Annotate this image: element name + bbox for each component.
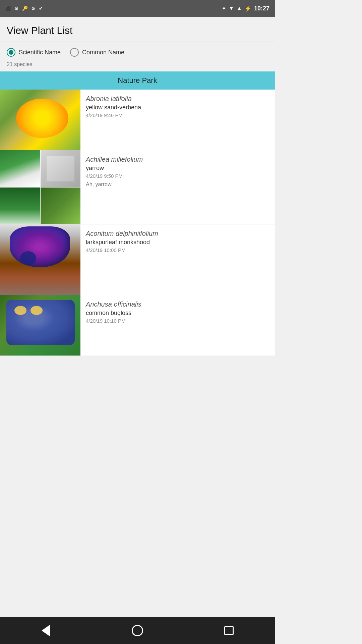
- plant-info-anchusa: Anchusa officinalis common bugloss 4/20/…: [80, 295, 275, 356]
- gallery-icon: ⬛: [5, 6, 11, 11]
- section-header: Nature Park: [0, 71, 275, 90]
- plant-scientific-achillea: Achillea millefolium: [86, 156, 269, 163]
- plant-info-achillea: Achillea millefolium yarrow 4/20/19 9:50…: [80, 150, 275, 224]
- plant-item-anchusa[interactable]: Anchusa officinalis common bugloss 4/20/…: [0, 295, 275, 356]
- plant-date-anchusa: 4/20/19 10:10 PM: [86, 318, 269, 324]
- status-bar: ⬛ ⚙ 🔑 ⚙ ✔ ✦ ▼ ▲ ⚡ 10:27: [0, 0, 275, 17]
- plant-info-aconitum: Aconitum delphiniifolium larkspurleaf mo…: [80, 224, 275, 295]
- check-icon: ✔: [39, 6, 43, 11]
- plant-item-aconitum[interactable]: Aconitum delphiniifolium larkspurleaf mo…: [0, 224, 275, 295]
- signal-icon: ▲: [237, 5, 242, 11]
- bluetooth-icon: ✦: [222, 6, 226, 11]
- scientific-name-label: Scientific Name: [19, 49, 61, 56]
- time-display: 10:27: [254, 5, 269, 12]
- species-count-text: 21 species: [7, 61, 33, 67]
- common-name-radio[interactable]: Common Name: [70, 48, 124, 57]
- section-title: Nature Park: [118, 76, 157, 85]
- plant-common-achillea: yarrow: [86, 165, 269, 172]
- battery-icon: ⚡: [245, 5, 251, 12]
- plant-common-anchusa: common bugloss: [86, 310, 269, 317]
- scientific-name-radio[interactable]: Scientific Name: [7, 48, 61, 57]
- plant-item-abronia[interactable]: Abronia latifolia yellow sand-verbena 4/…: [0, 90, 275, 150]
- plant-date-abronia: 4/20/19 9:46 PM: [86, 112, 269, 118]
- scientific-name-radio-circle[interactable]: [7, 48, 15, 57]
- wifi-icon: ▼: [229, 5, 234, 11]
- page-title: View Plant List: [7, 25, 268, 36]
- app-header: View Plant List: [0, 17, 275, 42]
- species-count: 21 species: [0, 60, 275, 71]
- common-name-radio-circle[interactable]: [70, 48, 79, 57]
- status-icons-left: ⬛ ⚙ 🔑 ⚙ ✔: [5, 6, 43, 11]
- plant-image-achillea: [0, 150, 80, 224]
- plant-note-achillea: Ah, yarrow.: [86, 181, 269, 187]
- security-icon: 🔑: [22, 6, 28, 11]
- android-icon: ⚙: [14, 6, 19, 11]
- plant-date-aconitum: 4/20/19 10:00 PM: [86, 247, 269, 253]
- plant-common-abronia: yellow sand-verbena: [86, 104, 269, 111]
- plant-scientific-anchusa: Anchusa officinalis: [86, 301, 269, 308]
- plant-item-achillea[interactable]: Achillea millefolium yarrow 4/20/19 9:50…: [0, 150, 275, 224]
- plant-scientific-aconitum: Aconitum delphiniifolium: [86, 230, 269, 237]
- plant-common-aconitum: larkspurleaf monkshood: [86, 239, 269, 246]
- plant-image-abronia: [0, 90, 80, 150]
- plant-date-achillea: 4/20/19 9:50 PM: [86, 173, 269, 179]
- plant-info-abronia: Abronia latifolia yellow sand-verbena 4/…: [80, 90, 275, 150]
- filter-group: Scientific Name Common Name: [0, 42, 275, 60]
- common-name-label: Common Name: [82, 49, 124, 56]
- plant-image-anchusa: [0, 295, 80, 356]
- plant-list: Abronia latifolia yellow sand-verbena 4/…: [0, 90, 275, 356]
- plant-image-aconitum: [0, 224, 80, 295]
- status-icons-right: ✦ ▼ ▲ ⚡ 10:27: [222, 5, 269, 12]
- android2-icon: ⚙: [31, 6, 36, 11]
- plant-scientific-abronia: Abronia latifolia: [86, 95, 269, 103]
